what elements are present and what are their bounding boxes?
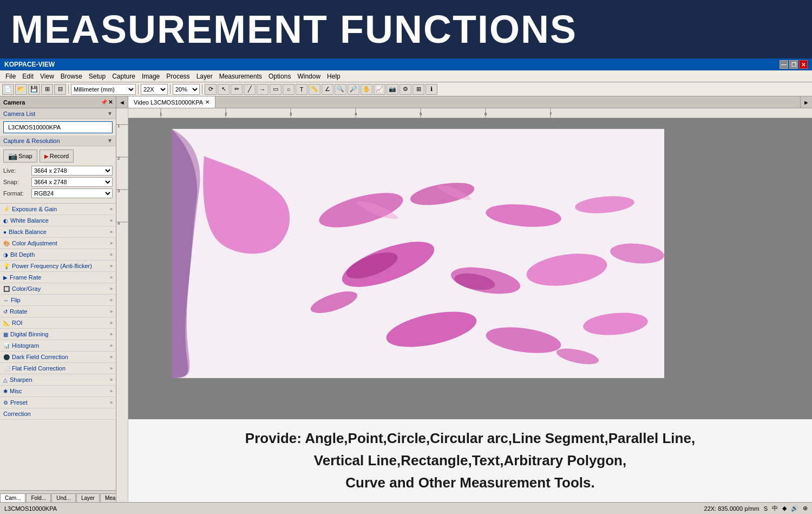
camera-list-header[interactable]: Camera List ▼ xyxy=(0,108,116,119)
sidebar-item-preset[interactable]: ⚙ Preset » xyxy=(0,397,116,408)
toolbar-pan[interactable]: ✋ xyxy=(361,84,372,95)
sidebar-item-white-balance[interactable]: ◐ White Balance » xyxy=(0,215,116,226)
toolbar-zoom-out[interactable]: 🔎 xyxy=(348,84,359,95)
sidebar-item-roi[interactable]: 📐 ROI » xyxy=(0,317,116,329)
toolbar-angle[interactable]: ∠ xyxy=(322,84,333,95)
sidebar-item-exposure-&-gain[interactable]: ⚡ Exposure & Gain » xyxy=(0,204,116,215)
bottom-tab-fold[interactable]: Fold... xyxy=(26,493,51,502)
sidebar-item-left: ✱ Misc xyxy=(3,388,22,394)
sidebar-item-digital-binning[interactable]: ▦ Digital Binning » xyxy=(0,329,116,340)
capture-resolution-header[interactable]: Capture & Resolution ▼ xyxy=(0,135,116,146)
toolbar-pen[interactable]: ✏ xyxy=(231,84,243,95)
bottom-tab-cam[interactable]: Cam... xyxy=(0,493,25,502)
menu-item-image[interactable]: Image xyxy=(139,71,163,81)
menu-item-browse[interactable]: Browse xyxy=(57,71,86,81)
toolbar-line[interactable]: ╱ xyxy=(244,84,256,95)
close-button[interactable]: ✕ xyxy=(799,60,808,69)
sidebar-item-frame-rate[interactable]: ▶ Frame Rate » xyxy=(0,272,116,283)
sidebar-item-left: ▦ Digital Binning xyxy=(3,331,48,337)
toolbar-grid3[interactable]: ⊞ xyxy=(412,84,424,95)
zoom-percent-selector[interactable]: 20% xyxy=(173,84,200,95)
sidebar-label: Black Balance xyxy=(9,229,47,235)
toolbar-camera[interactable]: 📷 xyxy=(387,84,398,95)
toolbar-grid2[interactable]: ⊟ xyxy=(54,84,66,95)
sidebar-item-bit-depth[interactable]: ◑ Bit Depth » xyxy=(0,249,116,261)
toolbar-new[interactable]: 📄 xyxy=(2,84,14,95)
menu-item-window[interactable]: Window xyxy=(294,71,324,81)
toolbar-open[interactable]: 📂 xyxy=(15,84,27,95)
sidebar-item-color/gray[interactable]: 🔲 Color/Gray » xyxy=(0,283,116,295)
menu-item-file[interactable]: File xyxy=(2,71,19,81)
toolbar: 📄 📂 💾 ⊞ ⊟ Millimeter (mm) 22X 20% ⟳ ↖ ✏ … xyxy=(0,82,812,96)
tab-nav-right[interactable]: ► xyxy=(800,96,812,108)
record-label: Record xyxy=(50,153,69,159)
status-left: L3CMOS10000KPA xyxy=(4,505,57,512)
sidebar-item-color-adjustment[interactable]: 🎨 Color Adjustment » xyxy=(0,238,116,249)
toolbar-text[interactable]: T xyxy=(296,84,307,95)
snap-row: Snap: 3664 x 2748 xyxy=(3,177,113,187)
live-select[interactable]: 3664 x 2748 xyxy=(31,166,113,175)
sidebar-item-flip[interactable]: ↔ Flip » xyxy=(0,295,116,306)
menu-item-edit[interactable]: Edit xyxy=(19,71,37,81)
restore-button[interactable]: ❐ xyxy=(789,60,798,69)
svg-text:2: 2 xyxy=(225,112,227,116)
toolbar-circle[interactable]: ○ xyxy=(283,84,294,95)
sidebar-chevron: » xyxy=(110,343,113,348)
image-view[interactable]: Provide: Angle,Point,Circle,Circular arc… xyxy=(128,118,812,502)
correction-item[interactable]: Correction xyxy=(0,408,116,420)
sidebar-label: Bit Depth xyxy=(10,251,35,258)
sidebar-item-flat-field-correction[interactable]: ⬜ Flat Field Correction » xyxy=(0,363,116,374)
bottom-tab-layer[interactable]: Layer xyxy=(76,493,100,502)
camera-item[interactable]: L3CMOS10000KPA xyxy=(3,121,113,133)
window-controls: — ❐ ✕ xyxy=(780,60,808,69)
minimize-button[interactable]: — xyxy=(780,60,788,69)
toolbar-measure[interactable]: 📏 xyxy=(309,84,320,95)
bottom-tab-und[interactable]: Und... xyxy=(51,493,76,502)
toolbar-cursor[interactable]: ↖ xyxy=(218,84,230,95)
unit-selector[interactable]: Millimeter (mm) xyxy=(71,84,136,95)
panel-pin-icon[interactable]: 📌 xyxy=(101,99,107,105)
menu-item-options[interactable]: Options xyxy=(265,71,294,81)
zoom-level-selector[interactable]: 22X xyxy=(141,84,168,95)
sidebar-item-sharpen[interactable]: △ Sharpen » xyxy=(0,374,116,386)
video-tab[interactable]: Video L3CMOS10000KPA ✕ xyxy=(128,96,215,108)
menu-item-capture[interactable]: Capture xyxy=(109,71,139,81)
menu-item-help[interactable]: Help xyxy=(324,71,344,81)
menu-item-setup[interactable]: Setup xyxy=(86,71,109,81)
sidebar-item-power-frequency-(anti-flicker)[interactable]: 💡 Power Frequency (Anti-flicker) » xyxy=(0,261,116,272)
ruler-h: 1 2 3 4 5 6 7 xyxy=(128,108,812,118)
toolbar-chart[interactable]: 📈 xyxy=(374,84,385,95)
toolbar-grid[interactable]: ⊞ xyxy=(41,84,53,95)
snap-button[interactable]: 📷 Snap xyxy=(3,149,37,162)
live-row: Live: 3664 x 2748 xyxy=(3,166,113,175)
sidebar-label: Misc xyxy=(10,388,22,394)
sidebar-item-dark-field-correction[interactable]: 🌑 Dark Field Correction » xyxy=(0,352,116,363)
record-button[interactable]: ▶ Record xyxy=(40,149,74,162)
format-select[interactable]: RGB24 xyxy=(31,188,113,198)
sidebar-item-misc[interactable]: ✱ Misc » xyxy=(0,386,116,397)
toolbar-refresh[interactable]: ⟳ xyxy=(205,84,217,95)
bottom-tab-mea[interactable]: Mea... xyxy=(100,493,116,502)
sidebar-icon: 📐 xyxy=(3,320,10,326)
toolbar-info[interactable]: ℹ xyxy=(425,84,437,95)
toolbar-settings[interactable]: ⚙ xyxy=(400,84,411,95)
tab-nav-left[interactable]: ◄ xyxy=(116,96,128,108)
sidebar-item-rotate[interactable]: ↺ Rotate » xyxy=(0,306,116,317)
panel-close-icon[interactable]: ✕ xyxy=(108,99,113,105)
sidebar-item-histogram[interactable]: 📊 Histogram » xyxy=(0,340,116,352)
snap-select[interactable]: 3664 x 2748 xyxy=(31,177,113,187)
sidebar-label: Flip xyxy=(11,297,21,303)
menu-item-process[interactable]: Process xyxy=(163,71,193,81)
sidebar-label: Power Frequency (Anti-flicker) xyxy=(12,263,92,269)
tab-close-icon[interactable]: ✕ xyxy=(205,99,209,105)
menu-item-layer[interactable]: Layer xyxy=(193,71,216,81)
toolbar-arrow[interactable]: → xyxy=(257,84,269,95)
sidebar-icon: ✱ xyxy=(3,388,8,394)
menu-item-view[interactable]: View xyxy=(37,71,57,81)
toolbar-zoom-in[interactable]: 🔍 xyxy=(335,84,346,95)
sidebar-item-black-balance[interactable]: ● Black Balance » xyxy=(0,226,116,238)
toolbar-save[interactable]: 💾 xyxy=(28,84,40,95)
format-label: Format: xyxy=(3,190,31,197)
menu-item-measurements[interactable]: Measurements xyxy=(216,71,265,81)
toolbar-rect[interactable]: ▭ xyxy=(270,84,281,95)
